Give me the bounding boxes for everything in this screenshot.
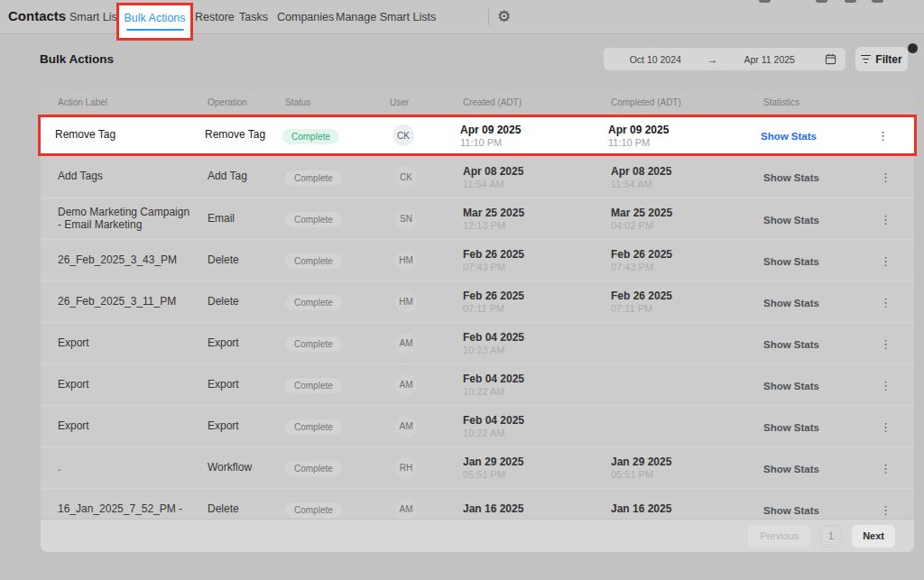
table-row[interactable]: 26_Feb_2025_3_11_PM Delete Complete HM F…: [41, 281, 914, 322]
table-row[interactable]: Demo Marketing Campaign - Email Marketin…: [41, 198, 914, 239]
show-stats-link[interactable]: Show Stats: [763, 505, 819, 516]
kebab-menu-icon[interactable]: ⋮: [873, 127, 892, 144]
operation-cell: Remove Tag: [205, 129, 282, 142]
created-time: 07:11 PM: [463, 303, 611, 314]
show-stats-link[interactable]: Show Stats: [763, 381, 819, 391]
kebab-menu-icon[interactable]: ⋮: [876, 294, 895, 311]
top-navigation: Contacts Smart Lists Bulk Actions Restor…: [0, 0, 924, 34]
cutoff-toolbar-icon: [759, 0, 771, 3]
completed-cell: [611, 384, 763, 385]
show-stats-link[interactable]: Show Stats: [763, 215, 819, 226]
completed-time: 07:43 PM: [611, 262, 763, 272]
operation-cell: Export: [208, 337, 285, 350]
created-time: 10:23 AM: [463, 345, 611, 355]
status-cell: Complete: [285, 501, 390, 518]
cutoff-toolbar-icon: [816, 0, 827, 3]
operation-cell: Email: [208, 213, 285, 226]
created-date: Feb 04 2025: [463, 331, 611, 344]
created-date: Apr 08 2025: [463, 165, 611, 178]
created-date: Feb 04 2025: [463, 414, 611, 427]
previous-page-button[interactable]: Previous: [748, 525, 810, 548]
action-label-cell: Add Tags: [58, 170, 208, 183]
created-cell: Mar 25 2025 12:13 PM: [463, 207, 611, 231]
completed-cell: Mar 25 2025 04:02 PM: [611, 207, 763, 231]
menu-cell: ⋮: [876, 502, 905, 518]
nav-divider: [488, 9, 489, 25]
menu-cell: ⋮: [876, 460, 905, 476]
show-stats-link[interactable]: Show Stats: [763, 339, 819, 350]
user-cell: AM: [390, 333, 463, 354]
completed-date: Feb 26 2025: [611, 290, 763, 302]
kebab-menu-icon[interactable]: ⋮: [876, 502, 895, 519]
show-stats-link[interactable]: Show Stats: [763, 464, 819, 474]
table-row[interactable]: Export Export Complete AM Feb 04 2025 10…: [41, 364, 914, 405]
cursor-dot-icon: [908, 43, 918, 53]
action-label-cell: Export: [58, 420, 208, 433]
cutoff-toolbar-icon: [872, 0, 883, 3]
kebab-menu-icon[interactable]: ⋮: [876, 460, 895, 477]
kebab-menu-icon[interactable]: ⋮: [876, 253, 895, 270]
show-stats-link[interactable]: Show Stats: [761, 131, 817, 142]
page-title: Bulk Actions: [40, 52, 114, 66]
menu-cell: ⋮: [876, 294, 905, 310]
show-stats-link[interactable]: Show Stats: [763, 422, 819, 433]
status-cell: Complete: [285, 210, 390, 227]
completed-time: 11:54 AM: [611, 179, 763, 189]
operation-cell: Workflow: [208, 462, 285, 474]
table-row[interactable]: 26_Feb_2025_3_43_PM Delete Complete HM F…: [41, 239, 914, 281]
table-row[interactable]: Add Tags Add Tag Complete CK Apr 08 2025…: [41, 156, 914, 198]
statistics-cell: Show Stats: [763, 377, 876, 393]
action-label-cell: 16_Jan_2025_7_52_PM -: [58, 503, 208, 516]
column-operation: Operation: [208, 97, 285, 107]
show-stats-link[interactable]: Show Stats: [763, 298, 819, 308]
status-badge: Complete: [285, 461, 342, 476]
created-cell: Apr 09 2025 11:10 PM: [460, 124, 608, 148]
kebab-menu-icon[interactable]: ⋮: [876, 336, 895, 353]
status-badge: Complete: [285, 502, 342, 518]
operation-cell: Add Tag: [208, 170, 285, 183]
status-badge: Complete: [282, 129, 339, 144]
status-badge: Complete: [285, 378, 342, 393]
operation-cell: Delete: [208, 296, 285, 308]
avatar: CK: [395, 166, 417, 188]
status-badge: Complete: [285, 170, 342, 186]
tab-bulk-actions[interactable]: Bulk Actions: [124, 12, 185, 24]
tab-manage-smart-lists[interactable]: Manage Smart Lists: [336, 11, 436, 23]
kebab-menu-icon[interactable]: ⋮: [876, 377, 895, 394]
gear-icon[interactable]: ⚙: [497, 6, 511, 28]
calendar-icon[interactable]: [825, 53, 836, 65]
action-label-cell: Export: [58, 337, 208, 350]
next-page-button[interactable]: Next: [852, 525, 895, 548]
kebab-menu-icon[interactable]: ⋮: [876, 169, 895, 186]
tab-restore[interactable]: Restore: [195, 11, 235, 23]
table-row[interactable]: Export Export Complete AM Feb 04 2025 10…: [41, 405, 914, 447]
completed-cell: Apr 09 2025 11:10 PM: [608, 124, 761, 148]
show-stats-link[interactable]: Show Stats: [763, 172, 819, 183]
column-user: User: [390, 97, 463, 107]
date-end[interactable]: Apr 11 2025: [718, 54, 822, 65]
avatar: HM: [395, 291, 417, 313]
menu-cell: ⋮: [876, 377, 905, 393]
created-cell: Feb 26 2025 07:43 PM: [463, 248, 611, 272]
status-cell: Complete: [282, 127, 387, 144]
status-cell: Complete: [285, 376, 390, 393]
page-number[interactable]: 1: [820, 525, 842, 548]
date-start[interactable]: Oct 10 2024: [604, 54, 707, 65]
completed-cell: [611, 426, 763, 427]
active-tab-underline: [126, 29, 184, 31]
date-range-picker[interactable]: Oct 10 2024 → Apr 11 2025: [603, 47, 846, 71]
tab-companies[interactable]: Companies: [277, 11, 334, 23]
filter-icon: [861, 55, 871, 64]
kebab-menu-icon[interactable]: ⋮: [876, 419, 895, 436]
created-date: Jan 29 2025: [463, 456, 611, 468]
created-date: Feb 04 2025: [463, 373, 611, 385]
table-row[interactable]: Export Export Complete AM Feb 04 2025 10…: [41, 322, 914, 364]
table-row[interactable]: Remove Tag Remove Tag Complete CK Apr 09…: [38, 115, 917, 156]
filter-button[interactable]: Filter: [855, 47, 908, 71]
kebab-menu-icon[interactable]: ⋮: [876, 211, 895, 228]
table-row[interactable]: . Workflow Complete RH Jan 29 2025 05:51…: [41, 447, 914, 488]
tab-tasks[interactable]: Tasks: [239, 11, 268, 23]
show-stats-link[interactable]: Show Stats: [763, 256, 819, 267]
completed-date: Apr 08 2025: [611, 165, 763, 178]
menu-cell: ⋮: [873, 127, 905, 143]
